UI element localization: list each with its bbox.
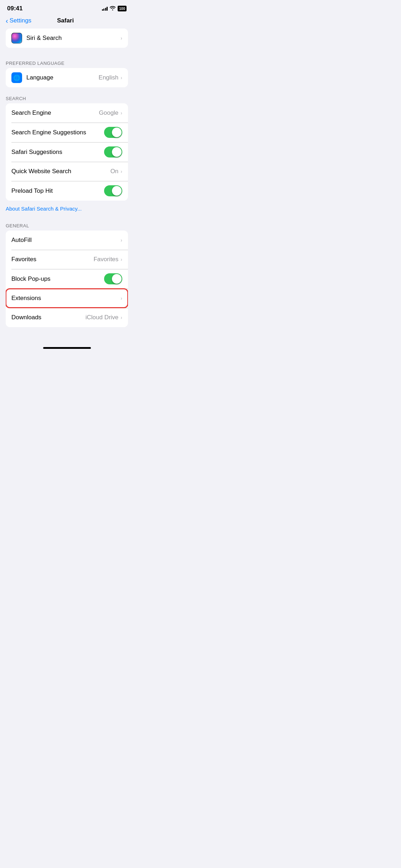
- search-engine-chevron-icon: ›: [120, 110, 122, 116]
- language-label: Language: [26, 74, 99, 81]
- home-indicator: [0, 344, 134, 353]
- favorites-row[interactable]: Favorites Favorites ›: [6, 250, 128, 269]
- search-engine-label: Search Engine: [11, 109, 99, 117]
- preload-top-hit-row[interactable]: Preload Top Hit: [6, 181, 128, 201]
- preferred-language-section: PREFERRED LANGUAGE 🌐 Language English ›: [0, 55, 134, 87]
- general-section: GENERAL AutoFill › Favorites Favorites ›…: [0, 217, 134, 327]
- wifi-icon: [110, 6, 115, 11]
- toggle-thumb: [112, 186, 122, 196]
- chevron-right-icon: ›: [120, 35, 122, 41]
- general-section-label: GENERAL: [0, 217, 134, 231]
- nav-bar: ‹ Settings Safari: [0, 14, 134, 29]
- extensions-row[interactable]: Extensions ›: [6, 289, 128, 308]
- autofill-label: AutoFill: [11, 237, 120, 244]
- back-label: Settings: [10, 17, 31, 24]
- safari-suggestions-row[interactable]: Safari Suggestions: [6, 142, 128, 162]
- search-group: Search Engine Google › Search Engine Sug…: [6, 103, 128, 201]
- general-group: AutoFill › Favorites Favorites › Block P…: [6, 231, 128, 327]
- quick-website-search-label: Quick Website Search: [11, 168, 110, 175]
- quick-website-search-row[interactable]: Quick Website Search On ›: [6, 162, 128, 181]
- quick-website-search-value: On: [110, 168, 119, 175]
- safari-suggestions-toggle[interactable]: [104, 146, 122, 157]
- siri-icon: [11, 33, 22, 43]
- preload-top-hit-label: Preload Top Hit: [11, 187, 104, 195]
- battery-icon: 100: [118, 6, 127, 11]
- language-value: English: [99, 74, 119, 81]
- home-bar: [43, 347, 91, 349]
- downloads-label: Downloads: [11, 314, 86, 321]
- extensions-label: Extensions: [11, 295, 120, 302]
- status-icons: 100: [102, 6, 127, 11]
- downloads-value: iCloud Drive: [86, 314, 119, 321]
- page-title: Safari: [57, 17, 74, 24]
- language-icon: 🌐: [11, 72, 22, 83]
- back-button[interactable]: ‹ Settings: [6, 17, 31, 24]
- block-popups-row[interactable]: Block Pop-ups: [6, 269, 128, 289]
- search-section-label: SEARCH: [0, 90, 134, 103]
- extensions-chevron-icon: ›: [120, 295, 122, 301]
- block-popups-toggle[interactable]: [104, 273, 122, 284]
- favorites-chevron-icon: ›: [120, 257, 122, 262]
- downloads-chevron-icon: ›: [120, 315, 122, 320]
- toggle-thumb: [112, 147, 122, 157]
- safari-suggestions-label: Safari Suggestions: [11, 149, 104, 156]
- quick-website-search-chevron-icon: ›: [120, 169, 122, 174]
- preload-top-hit-toggle[interactable]: [104, 185, 122, 196]
- siri-search-label: Siri & Search: [26, 35, 120, 42]
- search-engine-suggestions-label: Search Engine Suggestions: [11, 129, 104, 136]
- signal-bars-icon: [102, 6, 108, 11]
- search-engine-value: Google: [99, 109, 119, 117]
- autofill-chevron-icon: ›: [120, 237, 122, 243]
- search-engine-row[interactable]: Search Engine Google ›: [6, 103, 128, 123]
- status-bar: 09:41 100: [0, 0, 134, 14]
- settings-content: Siri & Search › PREFERRED LANGUAGE 🌐 Lan…: [0, 29, 134, 344]
- search-engine-suggestions-row[interactable]: Search Engine Suggestions: [6, 123, 128, 142]
- safari-search-privacy-link[interactable]: About Safari Search & Privacy...: [0, 203, 134, 217]
- block-popups-label: Block Pop-ups: [11, 275, 104, 283]
- toggle-thumb: [112, 128, 122, 137]
- language-group: 🌐 Language English ›: [6, 68, 128, 87]
- toggle-thumb: [112, 274, 122, 284]
- favorites-label: Favorites: [11, 256, 93, 263]
- status-time: 09:41: [7, 5, 22, 12]
- search-engine-suggestions-toggle[interactable]: [104, 127, 122, 138]
- back-chevron-icon: ‹: [6, 17, 8, 24]
- search-section: SEARCH Search Engine Google › Search Eng…: [0, 90, 134, 217]
- language-row[interactable]: 🌐 Language English ›: [6, 68, 128, 87]
- siri-search-row[interactable]: Siri & Search ›: [6, 29, 128, 48]
- language-chevron-icon: ›: [120, 75, 122, 81]
- preferred-language-section-label: PREFERRED LANGUAGE: [0, 55, 134, 68]
- autofill-row[interactable]: AutoFill ›: [6, 231, 128, 250]
- favorites-value: Favorites: [93, 256, 118, 263]
- siri-search-group: Siri & Search ›: [6, 29, 128, 48]
- downloads-row[interactable]: Downloads iCloud Drive ›: [6, 308, 128, 327]
